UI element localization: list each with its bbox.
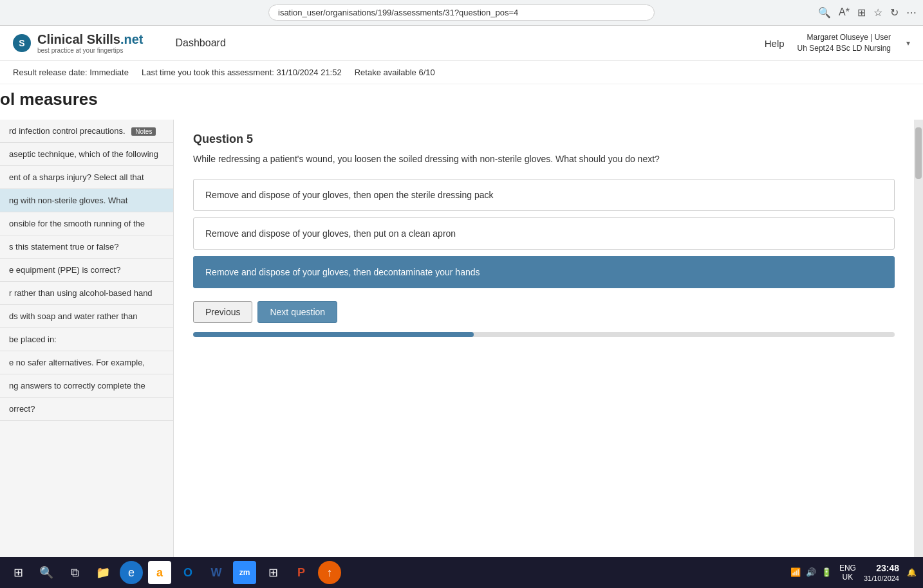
logo-main: Clinical Skills	[37, 32, 120, 47]
logo-area: S Clinical Skills.net best practice at y…	[13, 32, 144, 54]
sidebar-item-11-text: e no safer alternatives. For example,	[9, 358, 145, 367]
sidebar-item-3[interactable]: ent of a sharps injury? Select all that	[0, 166, 173, 189]
logo-text: Clinical Skills.net best practice at you…	[37, 32, 144, 54]
lang-indicator: ENG UK	[839, 564, 856, 582]
user-org: Uh Sept24 BSc LD Nursing	[797, 43, 891, 54]
retake-available: Retake available 6/10	[355, 68, 435, 77]
sidebar-item-13[interactable]: orrect?	[0, 398, 173, 421]
sidebar-item-8[interactable]: r rather than using alcohol-based hand	[0, 282, 173, 305]
sidebar-item-2[interactable]: aseptic technique, which of the followin…	[0, 143, 173, 166]
system-time: 23:48	[864, 562, 899, 574]
search-icon[interactable]: 🔍	[818, 6, 831, 19]
answer-option-a-text: Remove and dispose of your gloves, then …	[205, 190, 494, 200]
notes-badge[interactable]: Notes	[131, 127, 156, 136]
site-header: S Clinical Skills.net best practice at y…	[0, 26, 923, 61]
sidebar-item-2-text: aseptic technique, which of the followin…	[9, 149, 158, 159]
region-text: UK	[843, 573, 853, 582]
main-content: rd infection control precautions. Notes …	[0, 120, 923, 588]
extensions-icon[interactable]: ⊞	[857, 6, 866, 19]
sidebar-item-6[interactable]: s this statement true or false?	[0, 235, 173, 259]
user-name: Margaret Oluseye | User	[797, 32, 891, 43]
sidebar-item-12-text: ng answers to correctly complete the	[9, 381, 145, 390]
edge-icon[interactable]: e	[120, 561, 143, 584]
last-taken: Last time you took this assessment: 31/1…	[142, 68, 342, 77]
sidebar-item-7-text: e equipment (PPE) is correct?	[9, 265, 120, 275]
logo-tagline: best practice at your fingertips	[37, 47, 144, 54]
taskview-icon[interactable]: ⧉	[63, 561, 86, 584]
sidebar-item-9[interactable]: ds with soap and water rather than	[0, 305, 173, 328]
browser-icons: 🔍 A* ⊞ ☆ ↻ ⋯	[818, 6, 917, 19]
sidebar-item-10-text: be placed in:	[9, 335, 57, 344]
answer-option-b[interactable]: Remove and dispose of your gloves, then …	[193, 217, 895, 250]
header-right: Help Margaret Oluseye | User Uh Sept24 B…	[765, 32, 910, 54]
battery-icon[interactable]: 🔋	[821, 567, 832, 577]
sidebar-item-1-text: rd infection control precautions.	[9, 126, 126, 136]
user-info[interactable]: Margaret Oluseye | User Uh Sept24 BSc LD…	[797, 32, 891, 54]
sidebar-item-1[interactable]: rd infection control precautions. Notes	[0, 120, 173, 143]
dashboard-link[interactable]: Dashboard	[176, 37, 226, 49]
scrollbar[interactable]	[914, 120, 923, 588]
sidebar-item-10[interactable]: be placed in:	[0, 328, 173, 351]
taskbar: ⊞ 🔍 ⧉ 📁 e a O W zm ⊞ P ↑ 📶 🔊 🔋 ENG UK 23…	[0, 557, 923, 588]
sidebar-item-4[interactable]: ng with non-sterile gloves. What	[0, 189, 173, 212]
start-button[interactable]: ⊞	[6, 561, 30, 584]
page-wrapper: S Clinical Skills.net best practice at y…	[0, 26, 923, 588]
powerpoint-icon[interactable]: P	[290, 561, 313, 584]
amazon-icon[interactable]: a	[148, 561, 171, 584]
address-bar[interactable]: isation_user/organisations/199/assessmen…	[268, 5, 655, 21]
taskbar-time: 23:48 31/10/2024	[864, 562, 899, 583]
meta-bar: Result release date: Immediate Last time…	[0, 61, 923, 84]
sidebar-item-9-text: ds with soap and water rather than	[9, 311, 137, 321]
favorites-icon[interactable]: ☆	[873, 6, 882, 19]
taskbar-sys-icons: 📶 🔊 🔋	[790, 567, 832, 577]
progress-bar-fill	[193, 332, 474, 337]
answer-option-b-text: Remove and dispose of your gloves, then …	[205, 228, 456, 239]
scroll-thumb	[915, 127, 922, 179]
sidebar-item-6-text: s this statement true or false?	[9, 242, 119, 252]
sidebar-item-3-text: ent of a sharps injury? Select all that	[9, 172, 144, 182]
browser-toolbar: isation_user/organisations/199/assessmen…	[0, 0, 923, 26]
sidebar-item-12[interactable]: ng answers to correctly complete the	[0, 374, 173, 398]
wifi-icon[interactable]: 📶	[790, 567, 801, 577]
sidebar-item-4-text: ng with non-sterile gloves. What	[9, 196, 127, 205]
question-number: Question 5	[193, 133, 895, 146]
next-question-button[interactable]: Next question	[257, 301, 337, 323]
sidebar-item-7[interactable]: e equipment (PPE) is correct?	[0, 259, 173, 282]
search-taskbar-icon[interactable]: 🔍	[35, 561, 58, 584]
help-link[interactable]: Help	[765, 38, 785, 49]
sidebar-item-5[interactable]: onsible for the smooth running of the	[0, 212, 173, 235]
sidebar-item-5-text: onsible for the smooth running of the	[9, 219, 145, 228]
logo-net: .net	[120, 32, 144, 47]
sidebar-item-11[interactable]: e no safer alternatives. For example,	[0, 351, 173, 374]
sidebar-item-8-text: r rather than using alcohol-based hand	[9, 288, 153, 298]
upload-icon[interactable]: ↑	[318, 561, 341, 584]
answer-option-c-text: Remove and dispose of your gloves, then …	[205, 267, 480, 277]
font-icon[interactable]: A*	[839, 6, 850, 19]
nav-buttons: Previous Next question	[193, 301, 895, 323]
zoom-icon[interactable]: zm	[233, 561, 256, 584]
user-chevron-icon[interactable]: ▾	[906, 39, 910, 48]
lang-text: ENG	[839, 564, 856, 573]
notification-icon[interactable]: 🔔	[907, 568, 917, 577]
files-icon[interactable]: 📁	[91, 561, 115, 584]
sidebar: rd infection control precautions. Notes …	[0, 120, 174, 588]
answer-option-a[interactable]: Remove and dispose of your gloves, then …	[193, 179, 895, 211]
logo-s-icon: S	[13, 34, 31, 52]
word-icon[interactable]: W	[205, 561, 228, 584]
question-text: While redressing a patient's wound, you …	[193, 152, 895, 166]
more-icon[interactable]: ⋯	[906, 6, 917, 19]
sidebar-item-13-text: orrect?	[9, 404, 35, 414]
progress-bar-container	[193, 332, 895, 337]
page-title: ol measures	[0, 84, 923, 120]
outlook-icon[interactable]: O	[176, 561, 200, 584]
refresh-icon[interactable]: ↻	[890, 6, 899, 19]
taskbar-right: 📶 🔊 🔋 ENG UK 23:48 31/10/2024 🔔	[790, 562, 917, 583]
system-date: 31/10/2024	[864, 574, 899, 583]
previous-button[interactable]: Previous	[193, 301, 252, 323]
question-area: Question 5 While redressing a patient's …	[174, 120, 914, 588]
answer-option-c[interactable]: Remove and dispose of your gloves, then …	[193, 256, 895, 288]
volume-icon[interactable]: 🔊	[806, 567, 816, 577]
calculator-icon[interactable]: ⊞	[261, 561, 284, 584]
result-release: Result release date: Immediate	[13, 68, 129, 77]
